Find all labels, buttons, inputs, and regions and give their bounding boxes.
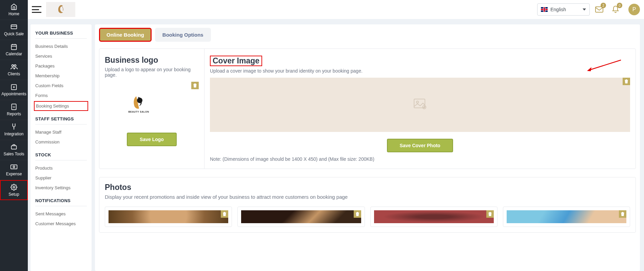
nav-home-label: Home xyxy=(8,12,19,16)
cover-image-panel: Cover Image Upload a cover image to show… xyxy=(204,49,636,169)
nav-expense-label: Expense xyxy=(6,172,22,176)
settings-link-manage-staff[interactable]: Manage Staff xyxy=(35,127,87,137)
photo-card-4[interactable] xyxy=(503,207,630,227)
photos-title: Photos xyxy=(105,183,630,192)
svg-text:W: W xyxy=(13,105,15,109)
settings-link-sent-messages[interactable]: Sent Messages xyxy=(35,209,87,219)
nav-calendar-label: Calendar xyxy=(6,52,22,56)
integration-icon xyxy=(11,123,17,130)
home-icon xyxy=(11,3,17,10)
tools-icon xyxy=(11,143,17,150)
settings-group-staff: STAFF SETTINGS xyxy=(35,116,87,124)
settings-link-services[interactable]: Services xyxy=(35,51,87,61)
settings-link-commission[interactable]: Commission xyxy=(35,137,87,147)
business-logo-title: Business logo xyxy=(105,56,199,65)
brand-logo[interactable] xyxy=(46,2,75,17)
logo-brand-text: BEAUTY SALON xyxy=(128,111,149,113)
notifications-button[interactable]: 0 xyxy=(611,5,620,14)
cover-image-title: Cover Image xyxy=(210,56,262,66)
menu-toggle-button[interactable] xyxy=(32,5,41,14)
topbar: English 2 0 P xyxy=(28,0,644,19)
settings-link-customer-messages[interactable]: Customer Messages xyxy=(35,219,87,229)
settings-link-packages[interactable]: Packages xyxy=(35,61,87,71)
delete-photo-button[interactable] xyxy=(619,210,626,218)
nav-reports[interactable]: W Reports xyxy=(0,100,28,120)
settings-link-forms[interactable]: Forms xyxy=(35,91,87,100)
chevron-down-icon xyxy=(583,8,586,11)
svg-point-7 xyxy=(14,65,16,66)
primary-nav-sidebar: Home Quick Sale Calendar Clients Appoint… xyxy=(0,0,28,271)
sale-icon xyxy=(11,23,17,30)
reports-icon: W xyxy=(11,103,17,110)
save-logo-button[interactable]: Save Logo xyxy=(127,133,177,146)
photo-card-1[interactable] xyxy=(105,207,232,227)
settings-group-stock: STOCK xyxy=(35,152,87,160)
nav-home[interactable]: Home xyxy=(0,0,28,20)
settings-link-supplier[interactable]: Supplier xyxy=(35,173,87,183)
uk-flag-icon xyxy=(541,7,548,12)
delete-photo-button[interactable] xyxy=(354,210,361,218)
photo-thumbnail xyxy=(507,210,626,223)
nav-expense[interactable]: Expense xyxy=(0,160,28,180)
settings-link-products[interactable]: Products xyxy=(35,163,87,173)
nav-sales-tools[interactable]: Sales Tools xyxy=(0,140,28,160)
nav-setup-label: Setup xyxy=(8,192,19,197)
photo-thumbnail xyxy=(241,210,361,223)
svg-point-23 xyxy=(416,101,418,103)
svg-point-19 xyxy=(13,186,15,188)
settings-group-notifications: NOTIFICATIONS xyxy=(35,198,87,206)
cover-note: Note: (Dimensions of image should be 140… xyxy=(210,156,630,162)
calendar-icon xyxy=(11,43,17,50)
svg-rect-17 xyxy=(11,165,17,169)
user-avatar[interactable]: P xyxy=(628,4,640,15)
settings-link-inventory-settings[interactable]: Inventory Settings xyxy=(35,183,87,193)
svg-point-6 xyxy=(12,65,14,66)
expense-icon xyxy=(10,163,18,170)
cover-upload-area[interactable] xyxy=(210,78,630,132)
nav-appointments[interactable]: Appointments xyxy=(0,80,28,100)
tab-online-booking[interactable]: Online Booking xyxy=(99,28,152,42)
messages-button[interactable]: 2 xyxy=(594,5,604,14)
delete-logo-button[interactable] xyxy=(191,82,199,89)
logo-upload-box[interactable]: BEAUTY SALON xyxy=(105,82,199,126)
delete-photo-button[interactable] xyxy=(221,210,228,218)
delete-photo-button[interactable] xyxy=(486,210,494,218)
nav-quick-sale-label: Quick Sale xyxy=(4,32,24,36)
photo-card-3[interactable] xyxy=(370,207,497,227)
booking-tabs: Online Booking Booking Options xyxy=(99,28,636,42)
business-logo-preview: BEAUTY SALON xyxy=(105,82,173,126)
nav-sales-tools-label: Sales Tools xyxy=(3,152,24,156)
settings-group-business: YOUR BUSINESS xyxy=(35,31,87,39)
nav-integration-label: Integration xyxy=(4,132,24,136)
settings-link-custom-fields[interactable]: Custom Fields xyxy=(35,81,87,91)
svg-rect-16 xyxy=(12,146,17,149)
nav-appointments-label: Appointments xyxy=(1,92,26,96)
nav-clients[interactable]: Clients xyxy=(0,60,28,80)
business-logo-panel: Business logo Upload a logo to appear on… xyxy=(99,49,204,169)
photos-desc: Display your recent promotions and insid… xyxy=(105,194,630,200)
clients-icon xyxy=(10,63,18,70)
image-placeholder-icon xyxy=(413,98,427,111)
business-logo-desc: Upload a logo to appear on your booking … xyxy=(105,67,199,78)
nav-calendar[interactable]: Calendar xyxy=(0,40,28,60)
delete-cover-button[interactable] xyxy=(623,78,630,85)
settings-link-business-details[interactable]: Business Details xyxy=(35,41,87,51)
settings-link-membership[interactable]: Membership xyxy=(35,71,87,81)
svg-point-21 xyxy=(137,98,142,103)
photo-card-2[interactable] xyxy=(237,207,365,227)
cover-image-desc: Upload a cover image to show your brand … xyxy=(210,68,630,74)
settings-sidebar: YOUR BUSINESS Business Details Services … xyxy=(31,24,92,271)
language-selector[interactable]: English xyxy=(537,3,590,16)
nav-integration[interactable]: Integration xyxy=(0,120,28,140)
photo-thumbnail xyxy=(374,210,494,223)
settings-link-booking-settings[interactable]: Booking Settings xyxy=(34,101,88,111)
photo-thumbnail xyxy=(109,210,228,223)
svg-point-18 xyxy=(13,166,15,168)
nav-quick-sale[interactable]: Quick Sale xyxy=(0,20,28,40)
appointments-icon xyxy=(11,83,17,90)
nav-setup[interactable]: Setup xyxy=(0,180,28,200)
tab-booking-options[interactable]: Booking Options xyxy=(155,28,211,42)
save-cover-button[interactable]: Save Cover Photo xyxy=(387,139,453,152)
svg-rect-2 xyxy=(12,44,17,50)
language-label: English xyxy=(550,7,580,12)
